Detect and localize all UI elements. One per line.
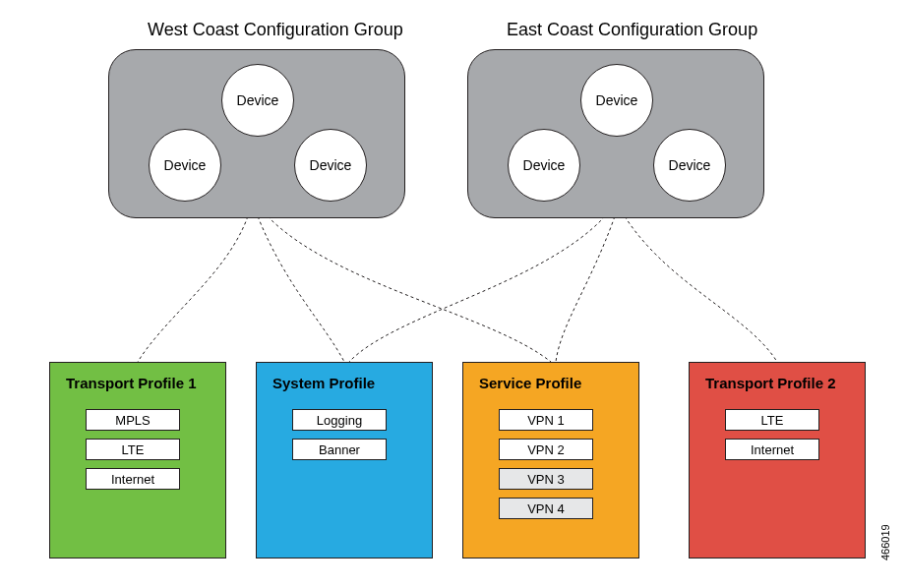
east-group-title: East Coast Configuration Group: [507, 20, 757, 40]
conn-west-transport1: [138, 216, 248, 362]
west-device-3: Device: [294, 129, 367, 202]
service-profile-title: Service Profile: [479, 375, 638, 391]
conn-east-service: [556, 216, 615, 362]
transport-profile-1: Transport Profile 1 MPLS LTE Internet: [49, 362, 226, 559]
service-profile-items: VPN 1 VPN 2 VPN 3 VPN 4: [463, 409, 638, 519]
transport-profile-2-items: LTE Internet: [690, 409, 865, 460]
west-group-title: West Coast Configuration Group: [148, 20, 403, 40]
east-device-2: Device: [508, 129, 580, 202]
chip-logging: Logging: [292, 409, 387, 431]
west-device-2: Device: [149, 129, 221, 202]
chip-internet-1: Internet: [86, 468, 180, 490]
chip-banner: Banner: [292, 439, 387, 460]
system-profile: System Profile Logging Banner: [256, 362, 433, 559]
transport-profile-2-title: Transport Profile 2: [705, 375, 865, 391]
system-profile-items: Logging Banner: [257, 409, 432, 460]
conn-east-system: [349, 216, 605, 362]
chip-mpls: MPLS: [86, 409, 180, 431]
west-group: Device Device Device: [108, 49, 405, 218]
service-profile: Service Profile VPN 1 VPN 2 VPN 3 VPN 4: [462, 362, 639, 559]
east-device-3: Device: [653, 129, 726, 202]
system-profile-title: System Profile: [272, 375, 432, 391]
chip-lte-2: LTE: [725, 409, 819, 431]
transport-profile-1-items: MPLS LTE Internet: [50, 409, 225, 490]
chip-internet-2: Internet: [725, 439, 819, 460]
chip-lte-1: LTE: [86, 439, 180, 460]
transport-profile-2: Transport Profile 2 LTE Internet: [689, 362, 866, 559]
east-group: Device Device Device: [467, 49, 764, 218]
diagram-canvas: West Coast Configuration Group Device De…: [0, 0, 906, 588]
chip-vpn4: VPN 4: [499, 498, 593, 519]
transport-profile-1-title: Transport Profile 1: [66, 375, 225, 391]
east-device-1: Device: [580, 64, 653, 137]
conn-west-service: [268, 216, 551, 362]
chip-vpn3: VPN 3: [499, 468, 593, 490]
chip-vpn1: VPN 1: [499, 409, 593, 431]
chip-vpn2: VPN 2: [499, 439, 593, 460]
conn-east-transport2: [625, 216, 777, 362]
west-device-1: Device: [221, 64, 294, 137]
reference-id: 466019: [879, 524, 891, 560]
conn-west-system: [258, 216, 344, 362]
